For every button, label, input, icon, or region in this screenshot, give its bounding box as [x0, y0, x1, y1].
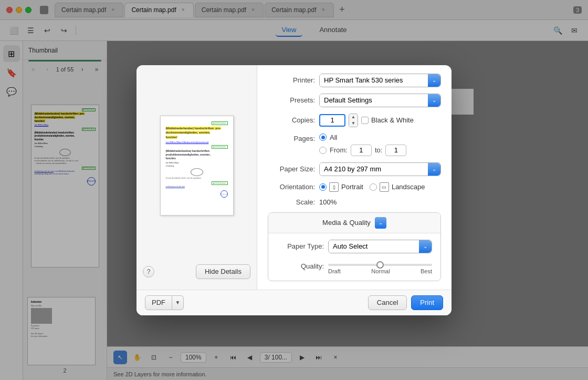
portrait-radio[interactable] — [319, 183, 327, 191]
media-quality-toggle[interactable]: ⌄ — [375, 217, 386, 229]
orientation-row: Orientation: ▯ Portrait ▭ — [268, 182, 441, 192]
scale-value: 100% — [319, 198, 337, 206]
paper-type-row: Paper Type: Auto Select ⌄ — [277, 240, 432, 253]
portrait-option[interactable]: ▯ Portrait — [319, 182, 363, 192]
pages-from-input[interactable] — [351, 145, 372, 156]
copies-down[interactable]: ▼ — [349, 120, 358, 127]
printer-control: HP Smart Tank 530 series ⌄ — [319, 74, 441, 87]
printer-row: Printer: HP Smart Tank 530 series ⌄ — [268, 74, 441, 87]
copies-up[interactable]: ▲ — [349, 114, 358, 120]
copies-label: Copies: — [268, 116, 315, 124]
pages-row: Pages: All From: to: — [268, 133, 441, 156]
copies-control: ▲ ▼ Black & White — [319, 114, 441, 127]
pdf-button[interactable]: PDF — [145, 295, 172, 310]
pages-all-text: All — [330, 133, 337, 141]
paper-size-label: Paper Size: — [268, 165, 315, 173]
printer-arrow[interactable]: ⌄ — [428, 74, 440, 87]
quality-track — [328, 264, 432, 266]
landscape-label: Landscape — [392, 183, 425, 191]
pdf-dropdown-arrow[interactable]: ▼ — [172, 295, 184, 310]
pages-label: Pages: — [268, 133, 315, 142]
dialog-preview-panel: APPROVED (Middelnederlandse) handschrift… — [136, 65, 257, 290]
pages-from-label: From: — [330, 146, 348, 154]
landscape-icon: ▭ — [380, 182, 389, 192]
paper-type-label: Paper Type: — [277, 242, 324, 250]
paper-type-control: Auto Select ⌄ — [328, 240, 432, 253]
quality-draft: Draft — [328, 268, 341, 274]
pages-range-row: From: to: — [319, 145, 441, 156]
quality-labels: Draft Normal Best — [328, 268, 432, 274]
scale-label: Scale: — [268, 198, 315, 206]
quality-best: Best — [421, 268, 432, 274]
help-button[interactable]: ? — [143, 266, 154, 278]
copies-input[interactable] — [319, 114, 345, 127]
dialog-form: Printer: HP Smart Tank 530 series ⌄ Pres… — [257, 65, 452, 290]
orientation-label: Orientation: — [268, 183, 315, 191]
paper-type-arrow[interactable]: ⌄ — [419, 240, 432, 253]
media-quality-content: Paper Type: Auto Select ⌄ — [268, 233, 440, 281]
media-quality-header: Media & Quality ⌄ — [268, 213, 440, 233]
hide-details-button[interactable]: Hide Details — [196, 264, 250, 279]
dialog-overlay: APPROVED (Middelnederlandse) handschrift… — [0, 41, 588, 380]
portrait-label: Portrait — [341, 183, 363, 191]
quality-normal: Normal — [371, 268, 390, 274]
bw-label[interactable]: Black & White — [361, 116, 414, 124]
presets-row: Presets: Default Settings ⌄ — [268, 94, 441, 107]
dialog-bottom: PDF ▼ Cancel Print — [136, 290, 452, 315]
pages-from-radio[interactable] — [319, 147, 327, 154]
printer-select-wrapper[interactable]: HP Smart Tank 530 series ⌄ — [319, 74, 441, 87]
media-quality-section: Media & Quality ⌄ Paper Type: Auto Selec — [268, 212, 441, 281]
cancel-button[interactable]: Cancel — [368, 295, 407, 310]
print-button[interactable]: Print — [411, 295, 443, 310]
paper-size-row: Paper Size: A4 210 by 297 mm ⌄ — [268, 162, 441, 176]
paper-size-select-wrapper[interactable]: A4 210 by 297 mm ⌄ — [319, 162, 441, 176]
quality-label: Quality: — [277, 262, 324, 270]
copies-row: Copies: ▲ ▼ Black & White — [268, 114, 441, 127]
quality-row: Quality: Draft Normal Best — [277, 259, 432, 274]
presets-value[interactable]: Default Settings — [320, 94, 428, 107]
landscape-option[interactable]: ▭ Landscape — [370, 182, 425, 192]
scale-row: Scale: 100% — [268, 198, 441, 206]
quality-handle[interactable] — [376, 261, 384, 269]
paper-size-value[interactable]: A4 210 by 297 mm — [320, 163, 428, 176]
pages-all-option[interactable]: All — [319, 133, 441, 141]
pages-options: All From: to: — [319, 133, 441, 156]
dialog-content: APPROVED (Middelnederlandse) handschrift… — [136, 65, 452, 290]
quality-control: Draft Normal Best — [328, 259, 432, 274]
presets-label: Presets: — [268, 96, 315, 104]
bw-checkbox[interactable] — [361, 117, 369, 124]
copies-stepper: ▲ ▼ — [349, 114, 358, 127]
printer-label: Printer: — [268, 76, 315, 84]
orientation-options: ▯ Portrait ▭ Landscape — [319, 182, 425, 192]
paper-type-select-wrapper[interactable]: Auto Select ⌄ — [328, 240, 432, 253]
app-window: Certain map.pdf × Certain map.pdf × Cert… — [0, 0, 588, 380]
pages-to-input[interactable] — [385, 145, 406, 156]
presets-select-wrapper[interactable]: Default Settings ⌄ — [319, 94, 441, 107]
paper-size-arrow[interactable]: ⌄ — [428, 163, 440, 176]
printer-value[interactable]: HP Smart Tank 530 series — [320, 74, 428, 87]
pages-all-radio[interactable] — [319, 133, 327, 141]
paper-size-control: A4 210 by 297 mm ⌄ — [319, 162, 441, 176]
paper-type-value[interactable]: Auto Select — [329, 240, 419, 253]
pdf-button-group: PDF ▼ — [145, 295, 184, 310]
presets-control: Default Settings ⌄ — [319, 94, 441, 107]
bw-text: Black & White — [371, 116, 414, 124]
portrait-icon: ▯ — [329, 182, 339, 192]
media-quality-label: Media & Quality — [322, 219, 371, 227]
presets-arrow[interactable]: ⌄ — [428, 94, 440, 107]
main-area: ⊞ 🔖 💬 Thumbnail « ‹ 1 of 55 › » — [0, 41, 588, 380]
pages-to-label: to: — [375, 146, 382, 154]
print-dialog: APPROVED (Middelnederlandse) handschrift… — [136, 65, 452, 315]
dialog-actions: Cancel Print — [368, 295, 443, 310]
landscape-radio[interactable] — [370, 183, 377, 191]
